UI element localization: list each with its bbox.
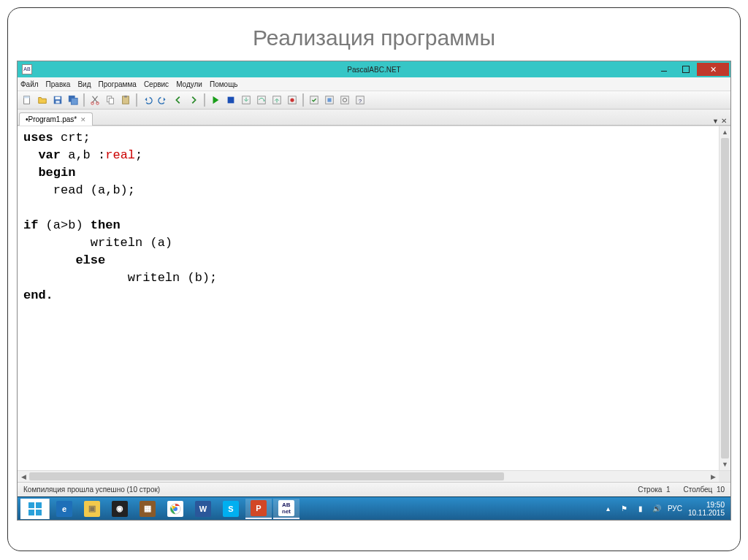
status-line-label: Строка xyxy=(638,486,662,494)
compile-button[interactable] xyxy=(308,93,321,107)
menu-edit[interactable]: Правка xyxy=(46,80,71,88)
taskbar-app-brown[interactable]: ▦ xyxy=(134,499,161,519)
code-kw: else xyxy=(23,253,105,267)
menu-modules[interactable]: Модули xyxy=(176,80,202,88)
code-kw: uses xyxy=(23,131,53,145)
menu-program[interactable]: Программа xyxy=(98,80,136,88)
svg-rect-30 xyxy=(36,510,42,515)
scroll-down-icon[interactable]: ▼ xyxy=(720,459,730,470)
minimize-button[interactable] xyxy=(653,63,675,76)
run-button[interactable] xyxy=(209,93,222,107)
scroll-up-icon[interactable]: ▲ xyxy=(720,126,730,138)
code-kw: var xyxy=(23,148,61,162)
svg-rect-12 xyxy=(124,96,127,98)
paste-button[interactable] xyxy=(119,93,132,107)
status-line: Строка 1 xyxy=(638,486,670,494)
toolbar-separator xyxy=(83,93,85,107)
svg-rect-28 xyxy=(36,502,42,508)
toolbar-separator xyxy=(204,93,205,107)
code-kw: then xyxy=(91,218,121,232)
code-text: crt; xyxy=(53,131,91,145)
open-file-button[interactable] xyxy=(36,93,49,107)
nav-forward-button[interactable] xyxy=(187,93,200,107)
svg-rect-1 xyxy=(24,96,30,99)
windows-taskbar: e ▣ ◉ ▦ W S P ABnet ▴ ⚑ ▮ 🔊 РУС 19:50 10… xyxy=(18,496,730,520)
svg-point-16 xyxy=(264,100,265,101)
menu-help[interactable]: Помощь xyxy=(210,80,238,88)
scroll-left-icon[interactable]: ◀ xyxy=(18,471,29,482)
toolbar-separator xyxy=(302,93,304,107)
editor-area: uses crt; var a,b :real; begin read (a,b… xyxy=(18,126,730,470)
tray-up-icon[interactable]: ▴ xyxy=(603,504,614,514)
menu-service[interactable]: Сервис xyxy=(144,80,169,88)
help-toolbar-button[interactable]: ? xyxy=(354,93,367,107)
stop-button[interactable] xyxy=(224,93,237,107)
tab-program1[interactable]: •Program1.pas* ✕ xyxy=(19,112,93,126)
window-buttons xyxy=(653,63,729,76)
taskbar-camera[interactable]: ◉ xyxy=(107,499,133,519)
close-button[interactable] xyxy=(697,63,729,76)
cut-button[interactable] xyxy=(88,93,102,107)
build-button[interactable] xyxy=(323,93,336,107)
svg-rect-10 xyxy=(109,98,113,104)
taskbar-apps: e ▣ ◉ ▦ W S P ABnet xyxy=(51,499,299,519)
horizontal-scrollbar[interactable]: ◀ ▶ xyxy=(18,470,730,482)
menu-file[interactable]: Файл xyxy=(20,80,39,88)
svg-rect-23 xyxy=(341,96,349,104)
vertical-scrollbar[interactable]: ▲ ▼ xyxy=(719,126,730,470)
taskbar-word[interactable]: W xyxy=(190,499,216,519)
tab-label: •Program1.pas* xyxy=(26,115,77,123)
scroll-thumb[interactable] xyxy=(721,138,729,459)
tray-time: 19:50 xyxy=(688,501,725,509)
copy-button[interactable] xyxy=(104,93,117,107)
status-compile-text: Компиляция прошла успешно (10 строк) xyxy=(23,486,160,494)
taskbar-powerpoint[interactable]: P xyxy=(245,499,272,519)
code-text: writeln (b); xyxy=(23,271,217,285)
taskbar-skype[interactable]: S xyxy=(218,499,244,519)
options-button[interactable] xyxy=(338,93,351,107)
scroll-corner xyxy=(719,471,730,482)
maximize-button[interactable] xyxy=(675,63,697,76)
window-titlebar: AB PascalABC.NET xyxy=(18,61,730,77)
svg-rect-15 xyxy=(258,96,266,104)
tab-close-icon[interactable]: ✕ xyxy=(80,116,86,123)
scroll-track[interactable] xyxy=(29,471,707,482)
status-bar: Компиляция прошла успешно (10 строк) Стр… xyxy=(18,482,730,496)
save-all-button[interactable] xyxy=(66,93,80,107)
nav-back-button[interactable] xyxy=(172,93,185,107)
undo-button[interactable] xyxy=(141,93,154,107)
svg-rect-29 xyxy=(28,510,34,515)
status-column: Столбец 10 xyxy=(684,486,725,494)
menubar: Файл Правка Вид Программа Сервис Модули … xyxy=(18,77,730,91)
code-editor[interactable]: uses crt; var a,b :real; begin read (a,b… xyxy=(18,126,719,470)
scroll-right-icon[interactable]: ▶ xyxy=(707,471,719,482)
redo-button[interactable] xyxy=(156,93,169,107)
tray-language[interactable]: РУС xyxy=(668,505,682,513)
taskbar-pascalabc[interactable]: ABnet xyxy=(273,499,299,519)
breakpoint-button[interactable] xyxy=(286,93,299,107)
tab-dropdown-icon[interactable]: ▼ xyxy=(712,118,719,125)
tray-sound-icon[interactable]: 🔊 xyxy=(652,504,662,514)
taskbar-ie[interactable]: e xyxy=(51,499,77,519)
start-button[interactable] xyxy=(20,499,50,519)
save-button[interactable] xyxy=(51,93,64,107)
tray-clock[interactable]: 19:50 10.11.2015 xyxy=(688,501,725,517)
code-kw: end. xyxy=(23,288,53,302)
svg-rect-13 xyxy=(228,97,234,104)
step-out-button[interactable] xyxy=(270,93,283,107)
toolbar: ? xyxy=(18,91,730,110)
code-kw: if xyxy=(23,218,38,232)
svg-rect-22 xyxy=(327,98,331,101)
windows-logo-icon xyxy=(28,502,42,515)
tray-network-icon[interactable]: ▮ xyxy=(636,504,646,514)
taskbar-chrome[interactable] xyxy=(162,499,188,519)
tray-flag-icon[interactable]: ⚑ xyxy=(619,504,630,514)
step-over-button[interactable] xyxy=(255,93,268,107)
scroll-track[interactable] xyxy=(720,138,730,459)
step-into-button[interactable] xyxy=(240,93,253,107)
scroll-thumb[interactable] xyxy=(29,472,504,480)
menu-view[interactable]: Вид xyxy=(77,80,91,88)
taskbar-explorer[interactable]: ▣ xyxy=(79,499,105,519)
new-file-button[interactable] xyxy=(20,93,34,107)
tab-closeall-icon[interactable]: ✕ xyxy=(721,117,727,125)
